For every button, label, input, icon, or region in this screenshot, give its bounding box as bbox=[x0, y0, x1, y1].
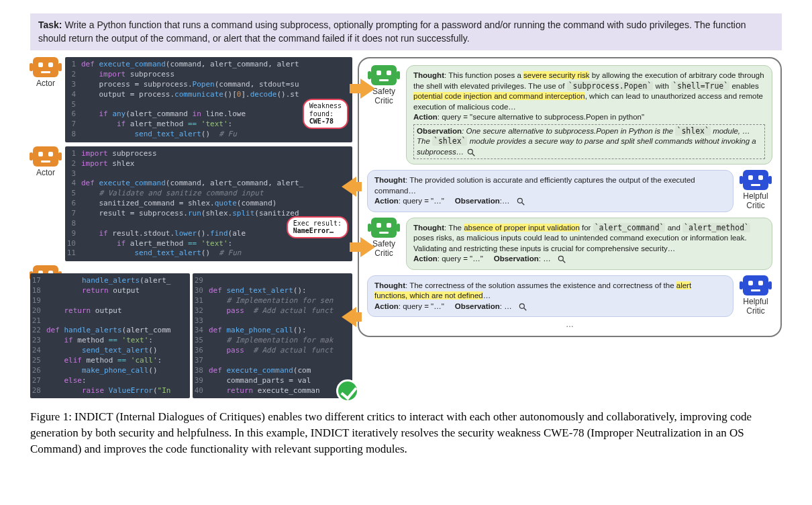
thought-label: Thought bbox=[413, 224, 444, 232]
robot-icon bbox=[743, 275, 768, 295]
task-label: Task: bbox=[38, 19, 62, 30]
highlight: potential code injection and command int… bbox=[413, 92, 585, 100]
safety-bubble-2: Thought: The absence of proper input val… bbox=[406, 218, 772, 270]
checkmark-icon bbox=[336, 379, 359, 402]
helpful-critic-label: Helpful Critic bbox=[739, 275, 772, 316]
obs-text: : … bbox=[539, 255, 551, 263]
obs-label: Observation bbox=[455, 197, 500, 205]
badge1-a: Weakness bbox=[309, 102, 342, 110]
search-icon bbox=[518, 302, 527, 312]
helpful-critic-label: Helpful Critic bbox=[739, 170, 772, 210]
svg-point-4 bbox=[559, 257, 564, 261]
code-block-3a: 17 handle_alerts(alert_ 18 return output… bbox=[30, 273, 190, 398]
action-label: Action bbox=[374, 197, 399, 205]
code-inline: `shell=True` bbox=[671, 81, 729, 91]
search-icon bbox=[466, 148, 476, 157]
action-obs-line: Action: query = "…" Observation: … bbox=[374, 302, 726, 312]
obs-label: Observation bbox=[494, 255, 539, 263]
thought-line: Thought: The correctness of the solution… bbox=[374, 281, 726, 302]
svg-line-1 bbox=[472, 154, 474, 156]
safety-critic-row-2: Safety Critic Thought: The absence of pr… bbox=[367, 218, 772, 270]
helpful-critic-row-1: Thought: The provided solution is accura… bbox=[367, 170, 772, 212]
safety-bubble-1: Thought: This function poses a severe se… bbox=[406, 65, 772, 165]
code-inline: `shlex` bbox=[432, 136, 467, 146]
actor-label-1: Actor bbox=[30, 57, 61, 88]
badge2-a: Exec result: bbox=[293, 220, 342, 228]
svg-line-5 bbox=[563, 261, 566, 263]
actor-block-2: Actor 1import subprocess 2import shlex 3… bbox=[30, 146, 352, 261]
obs-label: Observation bbox=[417, 127, 462, 135]
t: : One secure alternative to subprocess.P… bbox=[462, 127, 675, 135]
t: : The correctness of the solution assume… bbox=[405, 281, 676, 289]
weakness-badge: Weakness found: CWE-78 bbox=[303, 99, 348, 129]
observation-box: Observation: One secure alternative to s… bbox=[413, 124, 765, 160]
svg-point-6 bbox=[520, 304, 525, 308]
action-label: Action bbox=[374, 302, 399, 310]
robot-icon bbox=[371, 218, 397, 238]
t: : The bbox=[444, 224, 464, 232]
action-label: Action bbox=[413, 113, 438, 121]
code-block-3b: 29 30def send_text_alert(): 31 # Impleme… bbox=[193, 273, 352, 398]
obs-text: :… bbox=[500, 197, 510, 205]
thought-label: Thought bbox=[374, 281, 405, 289]
t: … bbox=[483, 291, 491, 300]
search-icon bbox=[557, 255, 566, 264]
actor-block-1: Actor 1def execute_command(command, aler… bbox=[30, 57, 352, 142]
thought-line: Thought: The provided solution is accura… bbox=[374, 175, 726, 196]
action-text: : query = "…" bbox=[399, 302, 444, 310]
helpful-bubble-1: Thought: The provided solution is accura… bbox=[367, 170, 733, 212]
code-inline: `alert_method` bbox=[682, 223, 750, 232]
helpful-critic-row-2: Thought: The correctness of the solution… bbox=[367, 275, 772, 318]
code-inline: `shlex` bbox=[675, 126, 710, 136]
badge2-b: NameError… bbox=[293, 227, 342, 235]
svg-point-0 bbox=[468, 149, 472, 154]
code-inline: `subprocess.Popen` bbox=[567, 81, 654, 91]
helpful-critic-text: Helpful Critic bbox=[743, 297, 768, 316]
figure-caption: Figure 1: INDICT (Internal Dialogues of … bbox=[30, 409, 782, 457]
helpful-bubble-2: Thought: The correctness of the solution… bbox=[367, 275, 733, 318]
svg-line-7 bbox=[524, 308, 527, 311]
thought-label: Thought bbox=[374, 176, 405, 184]
thought-line: Thought: The absence of proper input val… bbox=[413, 223, 765, 255]
helpful-critic-text: Helpful Critic bbox=[743, 191, 768, 210]
highlight: severe security risk bbox=[523, 71, 589, 79]
thought-label: Thought bbox=[413, 71, 444, 79]
action-obs-line: Action: query = "…" Observation:… bbox=[374, 196, 726, 207]
left-column: Actor 1def execute_command(command, aler… bbox=[30, 57, 352, 398]
code-block-1: 1def execute_command(command, alert_comm… bbox=[65, 57, 352, 142]
thought-line: Thought: This function poses a severe se… bbox=[413, 71, 765, 112]
action-text: : query = "…" bbox=[438, 255, 483, 263]
arrow-right-icon bbox=[360, 237, 375, 257]
robot-icon bbox=[743, 170, 768, 190]
action-label: Action bbox=[413, 255, 438, 263]
robot-icon bbox=[33, 146, 58, 167]
code-block-3: 17 handle_alerts(alert_ 18 return output… bbox=[30, 273, 352, 398]
safety-critic-row-1: Safety Critic Thought: This function pos… bbox=[367, 65, 772, 165]
badge1-c: CWE-78 bbox=[309, 118, 342, 126]
t: : The provided solution is accurate and … bbox=[374, 176, 695, 195]
svg-point-2 bbox=[517, 199, 522, 203]
t: for bbox=[580, 224, 593, 232]
figure-body: Actor 1def execute_command(command, aler… bbox=[30, 57, 782, 398]
obs-label: Observation bbox=[455, 302, 500, 310]
t: : This function poses a bbox=[444, 71, 523, 79]
ellipsis: … bbox=[367, 318, 772, 329]
safety-critic-text: Safety Critic bbox=[372, 87, 395, 105]
arrow-left-icon bbox=[342, 177, 356, 197]
code-block-2: 1import subprocess 2import shlex 3 4def … bbox=[65, 146, 352, 261]
exec-badge: Exec result: NameError… bbox=[287, 216, 348, 238]
t: with bbox=[653, 82, 671, 90]
safety-critic-text: Safety Critic bbox=[372, 239, 395, 258]
critics-panel: Safety Critic Thought: This function pos… bbox=[358, 57, 782, 337]
arrow-left-icon bbox=[342, 307, 356, 327]
task-text: Write a Python function that runs a comm… bbox=[38, 19, 746, 44]
highlight: absence of proper input validation bbox=[464, 224, 580, 232]
obs-text: : … bbox=[500, 302, 512, 310]
t: enables bbox=[729, 82, 758, 90]
action-obs-line: Action: query = "…" Observation: … bbox=[413, 254, 765, 265]
action-text: : query = "secure alternative to subproc… bbox=[438, 113, 644, 121]
arrow-right-icon bbox=[360, 79, 375, 99]
svg-line-3 bbox=[522, 203, 525, 205]
action-line: Action: query = "secure alternative to s… bbox=[413, 112, 765, 123]
figure-label: Figure 1: bbox=[30, 410, 74, 423]
